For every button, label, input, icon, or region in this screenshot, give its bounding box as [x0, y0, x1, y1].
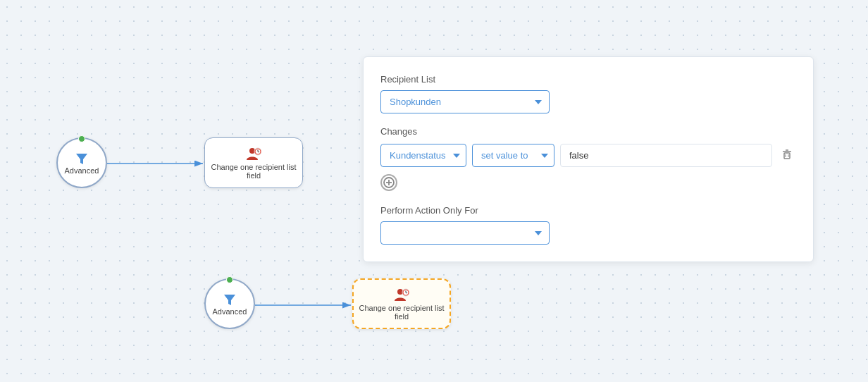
recipient-list-label: Recipient List — [380, 74, 796, 85]
svg-rect-15 — [784, 153, 790, 159]
perform-select[interactable]: All contacts New contacts Existing conta… — [380, 221, 550, 245]
plus-circle-icon — [383, 177, 395, 188]
node-dot-advanced-2 — [226, 276, 233, 283]
operation-select[interactable]: set value to clear value increment by — [472, 144, 554, 167]
changes-row-1: Kundenstatus Email Name set value to cle… — [380, 144, 796, 167]
node-advanced-2[interactable]: Advanced — [204, 278, 255, 329]
node-label-change-2: Change one recipient list field — [358, 304, 445, 321]
changes-section: Changes Kundenstatus Email Name set valu… — [380, 126, 796, 191]
field-select[interactable]: Kundenstatus Email Name — [380, 144, 466, 167]
funnel-icon-2 — [222, 292, 237, 307]
node-change-2[interactable]: Change one recipient list field — [352, 278, 451, 329]
recipient-list-select[interactable]: Shopkunden Newsletter Customers — [380, 90, 550, 113]
value-input[interactable] — [560, 144, 772, 167]
delete-change-button[interactable] — [778, 145, 796, 166]
perform-section: Perform Action Only For All contacts New… — [380, 205, 796, 245]
node-advanced-1[interactable]: Advanced — [56, 137, 107, 188]
node-label-advanced-1: Advanced — [65, 166, 99, 175]
svg-marker-9 — [224, 295, 235, 305]
perform-label: Perform Action Only For — [380, 205, 796, 216]
side-panel: Recipient List Shopkunden Newsletter Cus… — [363, 56, 814, 262]
funnel-icon-1 — [74, 151, 89, 166]
add-change-button[interactable] — [380, 174, 397, 191]
trash-icon — [781, 148, 793, 161]
svg-marker-3 — [76, 154, 87, 164]
person-clock-icon-1 — [246, 146, 261, 163]
changes-label: Changes — [380, 126, 796, 137]
node-label-change-1: Change one recipient list field — [209, 163, 298, 180]
person-clock-icon-2 — [394, 287, 409, 304]
node-label-advanced-2: Advanced — [213, 307, 247, 316]
recipient-list-section: Recipient List Shopkunden Newsletter Cus… — [380, 74, 796, 113]
workflow-canvas: Advanced Change one recipient list field… — [0, 0, 868, 382]
node-dot-advanced-1 — [78, 135, 85, 142]
node-change-1[interactable]: Change one recipient list field — [204, 137, 303, 188]
